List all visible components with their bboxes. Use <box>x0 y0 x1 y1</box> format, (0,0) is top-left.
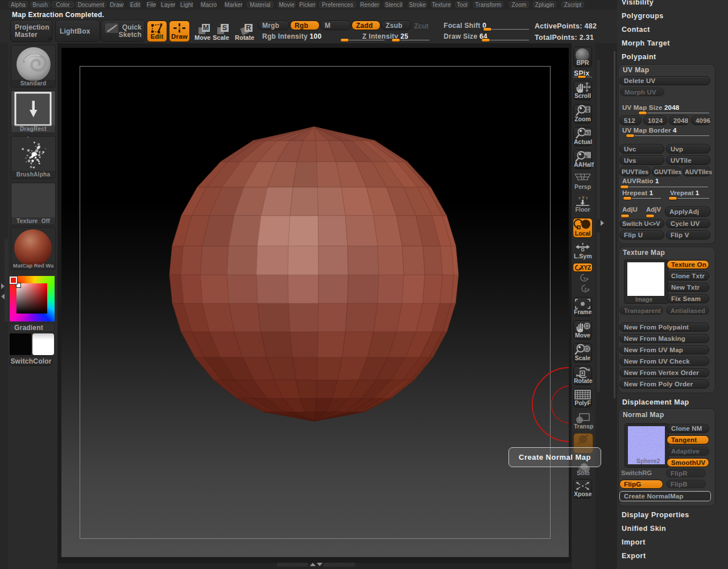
svg-text:x1: x1 <box>585 130 590 135</box>
svg-text:Y: Y <box>582 196 585 200</box>
svg-text:x: x <box>578 196 581 200</box>
svg-text:z: z <box>586 196 588 200</box>
svg-text:Z: Z <box>584 287 587 292</box>
svg-text:Y: Y <box>583 276 586 281</box>
